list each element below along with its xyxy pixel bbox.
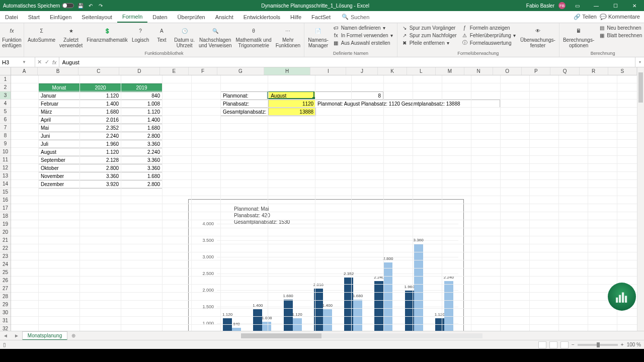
chevron-down-icon[interactable]: ▼ (22, 60, 26, 64)
maximize-icon[interactable]: ☐ (608, 0, 623, 11)
evaluate-formula-button[interactable]: ⓘFormelauswertung (460, 39, 518, 46)
col-header-L[interactable]: L (407, 67, 436, 75)
financial-button[interactable]: 💲Finanzmathematik (85, 24, 129, 44)
recent-button[interactable]: ★Zuletzt verwendet (58, 24, 84, 49)
tab-entwicklertools[interactable]: Entwicklertools (238, 11, 285, 23)
row-header-29[interactable]: 29 (0, 301, 11, 309)
row-header-30[interactable]: 30 (0, 309, 11, 317)
row-header-12[interactable]: 12 (0, 164, 11, 172)
define-name-button[interactable]: 🏷Namen definieren ▾ (331, 24, 395, 31)
calc-options-button[interactable]: 🖩Berechnungs- optionen (561, 24, 596, 49)
undo-icon[interactable]: ↶ (87, 2, 94, 9)
show-formulas-button[interactable]: ƒFormeln anzeigen (460, 24, 518, 31)
trace-dependents-button[interactable]: ↗Spur zum Nachfolger (399, 32, 459, 39)
row-header-10[interactable]: 10 (0, 148, 11, 156)
zoom-in-button[interactable]: + (621, 342, 624, 347)
math-button[interactable]: θMathematik und Trigonometrie (234, 24, 273, 49)
row-header-2[interactable]: 2 (0, 83, 11, 92)
add-sheet-button[interactable]: ⊕ (67, 333, 79, 338)
row-header-28[interactable]: 28 (0, 293, 11, 301)
col-header-I[interactable]: I (310, 67, 346, 75)
col-header-P[interactable]: P (522, 67, 550, 75)
col-header-F[interactable]: F (189, 67, 217, 75)
col-header-J[interactable]: J (346, 67, 378, 75)
tab-daten[interactable]: Daten (147, 11, 172, 23)
error-check-button[interactable]: ⚠Fehlerüberprüfung ▾ (460, 32, 518, 39)
tab-ansicht[interactable]: Ansicht (210, 11, 238, 23)
datetime-button[interactable]: 🕒Datum u. Uhrzeit (173, 24, 196, 49)
logical-button[interactable]: ?Logisch (130, 24, 150, 44)
tell-me-search[interactable]: 🔍 Suchen (336, 11, 369, 23)
row-header-8[interactable]: 8 (0, 132, 11, 140)
row-header-15[interactable]: 15 (0, 188, 11, 196)
row-header-7[interactable]: 7 (0, 124, 11, 132)
col-header-G[interactable]: G (217, 67, 264, 75)
use-in-formula-button[interactable]: fxIn Formel verwenden ▾ (331, 32, 395, 39)
lookup-button[interactable]: 🔍Nachschlagen und Verweisen (197, 24, 233, 49)
row-header-11[interactable]: 11 (0, 156, 11, 164)
calc-sheet-button[interactable]: ▦Blatt berechnen (597, 32, 644, 39)
hscroll-thumb[interactable] (241, 333, 321, 338)
cancel-fx-icon[interactable]: ✕ (37, 59, 42, 65)
tab-datei[interactable]: Datei (0, 11, 23, 23)
row-header-1[interactable]: 1 (0, 75, 11, 83)
close-icon[interactable]: ✕ (627, 0, 642, 11)
row-header-21[interactable]: 21 (0, 236, 11, 244)
calc-now-button[interactable]: ▤Neu berechnen (597, 24, 644, 31)
redo-icon[interactable]: ↷ (97, 2, 104, 9)
autosave-toggle[interactable]: Automatisches Speichern (3, 3, 74, 9)
name-manager-button[interactable]: 📄Namens- Manager (306, 24, 330, 49)
record-macro-icon[interactable]: ▯ (3, 342, 6, 347)
autosum-button[interactable]: ΣAutoSumme (26, 24, 57, 44)
row-header-27[interactable]: 27 (0, 285, 11, 293)
col-header-M[interactable]: M (436, 67, 464, 75)
row-header-17[interactable]: 17 (0, 204, 11, 212)
col-header-E[interactable]: E (160, 67, 189, 75)
vertical-scrollbar[interactable] (637, 67, 644, 331)
col-header-B[interactable]: B (38, 67, 78, 75)
comments-button[interactable]: 💬 Kommentare (600, 14, 640, 20)
zoom-out-button[interactable]: − (572, 342, 575, 347)
normal-view-button[interactable] (538, 341, 546, 348)
minimize-icon[interactable]: ― (589, 0, 604, 11)
watch-window-button[interactable]: 👁Überwachungs- fenster (519, 24, 557, 49)
col-header-K[interactable]: K (378, 67, 407, 75)
name-box[interactable]: ▼ (0, 57, 35, 67)
create-from-selection-button[interactable]: ▦Aus Auswahl erstellen (331, 39, 395, 46)
col-header-Q[interactable]: Q (550, 67, 579, 75)
row-header-9[interactable]: 9 (0, 140, 11, 148)
insert-function-button[interactable]: fxFunktion einfügen (1, 24, 23, 49)
sheet-nav-prev-icon[interactable]: ◄ (0, 333, 11, 338)
zoom-slider[interactable] (578, 344, 618, 346)
tab-hilfe[interactable]: Hilfe (285, 11, 306, 23)
accept-fx-icon[interactable]: ✓ (45, 59, 49, 65)
row-header-5[interactable]: 5 (0, 108, 11, 116)
tab-ueberpruefen[interactable]: Überprüfen (173, 11, 210, 23)
col-header-H[interactable]: H (264, 67, 311, 75)
zoom-level[interactable]: 100 % (627, 342, 641, 347)
row-header-20[interactable]: 20 (0, 228, 11, 236)
more-fn-button[interactable]: ⋯Mehr Funktionen (274, 24, 302, 49)
expand-formula-bar-icon[interactable]: ▾ (635, 57, 644, 67)
tab-formeln[interactable]: Formeln (117, 11, 147, 23)
col-header-S[interactable]: S (608, 67, 637, 75)
tab-einfuegen[interactable]: Einfügen (45, 11, 76, 23)
formula-input[interactable] (62, 59, 632, 65)
fx-icon[interactable]: fx (52, 59, 57, 65)
text-button[interactable]: AText (151, 24, 172, 44)
page-layout-view-button[interactable] (549, 341, 557, 348)
sheet-tab-monatsplanung[interactable]: Monatsplanung (22, 331, 67, 340)
col-header-A[interactable]: A (11, 67, 38, 75)
worksheet-grid[interactable]: ABCDEFGHIJKLMNOPQRS 12345678910111213141… (0, 67, 644, 331)
row-header-3[interactable]: 3 (0, 92, 11, 100)
row-header-31[interactable]: 31 (0, 317, 11, 325)
row-header-19[interactable]: 19 (0, 220, 11, 228)
page-break-view-button[interactable] (560, 341, 569, 348)
row-header-4[interactable]: 4 (0, 100, 11, 108)
ribbon-display-icon[interactable]: ▭ (570, 0, 585, 11)
row-header-13[interactable]: 13 (0, 172, 11, 180)
remove-arrows-button[interactable]: ✖Pfeile entfernen ▾ (399, 39, 459, 46)
row-header-14[interactable]: 14 (0, 180, 11, 188)
row-header-24[interactable]: 24 (0, 260, 11, 268)
user-avatar-icon[interactable]: FB (558, 2, 566, 9)
